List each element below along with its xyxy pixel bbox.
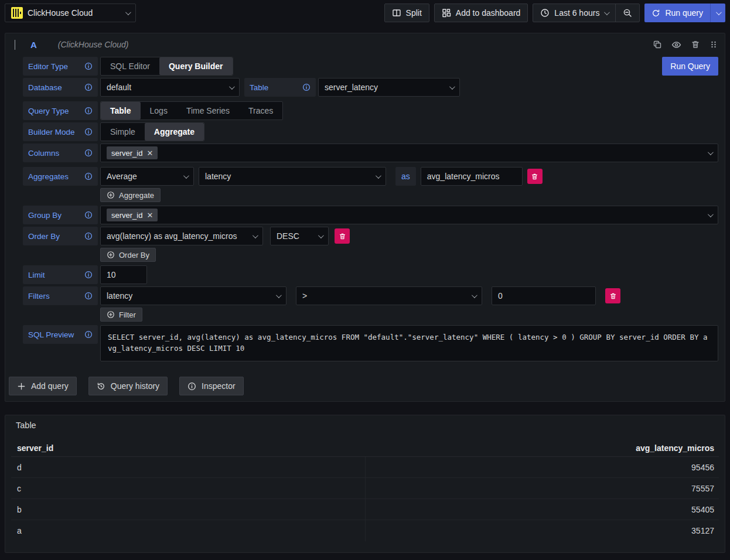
datasource-hint: (ClickHouse Cloud) <box>58 40 129 49</box>
group-by-multiselect[interactable]: server_id ✕ <box>100 206 718 224</box>
time-range-picker[interactable]: Last 6 hours <box>533 4 615 22</box>
remove-tag-icon[interactable]: ✕ <box>146 149 153 158</box>
query-history-button[interactable]: Query history <box>88 377 168 395</box>
database-select[interactable]: default <box>100 78 240 97</box>
add-order-by-button[interactable]: Order By <box>100 248 156 262</box>
filter-value-input[interactable]: 0 <box>492 286 596 305</box>
delete-query-icon[interactable] <box>691 40 700 49</box>
editor-type-label: Editor Type <box>23 57 98 76</box>
trash-icon <box>339 233 346 240</box>
info-icon[interactable] <box>84 149 93 157</box>
query-type-table[interactable]: Table <box>101 102 141 119</box>
remove-aggregate-button[interactable] <box>527 169 543 184</box>
info-icon[interactable] <box>84 128 93 136</box>
query-type-logs[interactable]: Logs <box>141 102 177 119</box>
table-select[interactable]: server_latency <box>318 78 460 97</box>
info-icon[interactable] <box>84 83 93 91</box>
builder-mode-simple[interactable]: Simple <box>101 123 145 141</box>
column-tag[interactable]: server_id ✕ <box>107 146 158 159</box>
panel-title: Table <box>11 421 719 430</box>
collapse-caret-icon[interactable] <box>12 37 18 52</box>
as-keyword-label: as <box>395 167 416 186</box>
add-to-dashboard-button[interactable]: Add to dashboard <box>434 4 528 22</box>
table-row[interactable]: b 55405 <box>11 499 719 520</box>
table-row[interactable]: c 75557 <box>11 478 719 499</box>
info-icon[interactable] <box>84 211 93 219</box>
remove-tag-icon[interactable]: ✕ <box>146 211 153 220</box>
chevron-down-icon <box>318 233 324 238</box>
plus-icon <box>17 382 26 391</box>
builder-mode-aggregate[interactable]: Aggregate <box>145 123 204 141</box>
editor-type-query-builder[interactable]: Query Builder <box>159 57 233 75</box>
order-by-field-select[interactable]: avg(latency) as avg_latency_micros <box>100 227 263 245</box>
add-filter-row: Filter <box>100 308 718 322</box>
run-query-button[interactable]: Run query <box>644 4 710 22</box>
info-icon[interactable] <box>302 83 311 91</box>
apps-grid-icon <box>442 8 451 18</box>
toolbar-actions: Split Add to dashboard Last 6 hours Run … <box>384 4 725 22</box>
remove-order-by-button[interactable] <box>335 228 350 244</box>
chevron-down-icon <box>604 9 610 15</box>
query-row-actions <box>653 40 718 50</box>
limit-input[interactable]: 10 <box>100 265 147 284</box>
chevron-down-icon <box>376 173 381 179</box>
aggregate-alias-input[interactable]: avg_latency_micros <box>421 167 523 186</box>
filter-field-select[interactable]: latency <box>100 286 286 305</box>
info-icon[interactable] <box>84 172 93 180</box>
table-header-row: server_id avg_latency_micros <box>11 439 719 457</box>
info-icon[interactable] <box>84 330 93 339</box>
info-icon[interactable] <box>84 62 93 70</box>
datasource-picker[interactable]: ClickHouse Cloud <box>5 4 136 22</box>
order-by-row: Order By avg(latency) as avg_latency_mic… <box>23 227 718 245</box>
info-icon[interactable] <box>84 107 93 115</box>
info-circle-icon <box>187 382 196 391</box>
table-row[interactable]: a 35127 <box>11 520 719 541</box>
add-aggregate-row: Aggregate <box>100 188 718 202</box>
panel-run-query-button[interactable]: Run Query <box>662 57 718 76</box>
add-to-dashboard-label: Add to dashboard <box>456 8 521 18</box>
query-editor-footer: Add query Query history Inspector <box>5 370 725 401</box>
explore-toolbar: ClickHouse Cloud Split Add to dashboard … <box>0 0 730 26</box>
plus-circle-icon <box>107 251 115 259</box>
query-type-label: Query Type <box>23 101 98 120</box>
info-icon[interactable] <box>84 292 93 300</box>
plus-circle-icon <box>107 191 115 199</box>
info-icon[interactable] <box>84 271 93 279</box>
database-table-row: Database default Table server_latency <box>23 78 718 97</box>
table-row[interactable]: d 95456 <box>11 457 719 478</box>
query-builder-body: Editor Type SQL Editor Query Builder Run… <box>5 56 725 370</box>
aggregate-function-select[interactable]: Average <box>100 167 194 186</box>
query-type-time-series[interactable]: Time Series <box>177 102 239 119</box>
duplicate-query-icon[interactable] <box>653 40 662 49</box>
drag-handle-icon[interactable] <box>709 40 718 49</box>
inspector-button[interactable]: Inspector <box>179 377 244 395</box>
run-query-dropdown[interactable] <box>711 4 725 22</box>
editor-type-switch: SQL Editor Query Builder <box>100 57 233 76</box>
columns-multiselect[interactable]: server_id ✕ <box>100 144 718 162</box>
chevron-down-icon <box>276 292 282 298</box>
info-icon[interactable] <box>84 232 93 240</box>
toggle-visibility-icon[interactable] <box>671 40 681 50</box>
aggregate-column-select[interactable]: latency <box>199 167 386 186</box>
add-query-button[interactable]: Add query <box>9 377 77 395</box>
add-filter-button[interactable]: Filter <box>100 308 142 322</box>
split-button[interactable]: Split <box>384 4 429 22</box>
query-ref-id[interactable]: A <box>30 40 37 50</box>
query-type-row: Query Type Table Logs Time Series Traces <box>23 101 718 120</box>
query-type-traces[interactable]: Traces <box>239 102 282 119</box>
chevron-down-icon <box>708 211 714 217</box>
order-by-direction-select[interactable]: DESC <box>270 227 329 245</box>
add-aggregate-button[interactable]: Aggregate <box>100 188 161 202</box>
zoom-out-time-button[interactable] <box>616 4 639 22</box>
column-header-avg-latency[interactable]: avg_latency_micros <box>365 443 719 453</box>
split-label: Split <box>406 8 422 18</box>
remove-filter-button[interactable] <box>605 288 620 303</box>
editor-type-sql-editor[interactable]: SQL Editor <box>101 57 159 75</box>
run-query-split-button: Run query <box>644 4 725 22</box>
chevron-down-icon <box>125 9 131 15</box>
group-by-tag[interactable]: server_id ✕ <box>107 209 158 221</box>
filter-operator-select[interactable]: > <box>296 286 482 305</box>
column-header-server-id[interactable]: server_id <box>11 443 365 453</box>
query-row-header[interactable]: A (ClickHouse Cloud) <box>5 33 725 56</box>
time-picker-group: Last 6 hours <box>533 4 640 22</box>
